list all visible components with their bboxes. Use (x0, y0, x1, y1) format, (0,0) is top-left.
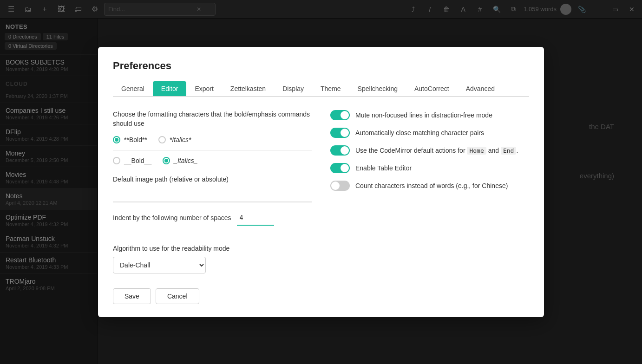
tab-general[interactable]: General (113, 81, 153, 96)
toggle-knob (331, 182, 340, 190)
algo-label: Algorithm to use for the readability mod… (113, 245, 312, 252)
toggle-close-pairs: Automatically close matching character p… (330, 128, 529, 138)
toggle-count-chars-switch[interactable] (330, 181, 350, 191)
toggle-count-chars: Count characters instead of words (e.g.,… (330, 181, 529, 191)
formatting-label: Choose the formatting characters that th… (113, 110, 312, 128)
tab-advanced[interactable]: Advanced (458, 81, 503, 96)
toggle-knob (341, 146, 349, 155)
indent-row: Indent by the following number of spaces (113, 210, 312, 226)
tab-zettelkasten[interactable]: Zettelkasten (222, 81, 274, 96)
toggle-mute-label: Mute non-focused lines in distraction-fr… (355, 111, 492, 119)
toggle-knob (341, 164, 349, 172)
radio-circle-italics-asterisk (158, 136, 166, 143)
tab-theme[interactable]: Theme (312, 81, 349, 96)
radio-row-bold: **Bold** *Italics* (113, 136, 312, 143)
toggle-table-editor: Enable Table Editor (330, 163, 529, 173)
radio-bold-underscore[interactable]: __Bold__ (113, 157, 151, 164)
toggle-mute: Mute non-focused lines in distraction-fr… (330, 110, 529, 120)
radio-italics-underscore[interactable]: _Italics_ (163, 157, 197, 164)
radio-circle-bold-underscore (113, 157, 120, 164)
toggle-close-pairs-label: Automatically close matching character p… (355, 129, 484, 136)
radio-circle-italics-underscore (163, 157, 170, 164)
toggle-table-editor-label: Enable Table Editor (355, 164, 412, 172)
tab-spellchecking[interactable]: Spellchecking (349, 81, 406, 96)
toggle-codemirror-switch[interactable] (330, 145, 350, 156)
toggle-mute-switch[interactable] (330, 110, 350, 120)
tab-export[interactable]: Export (186, 81, 222, 96)
radio-circle-bold-asterisk (113, 136, 120, 143)
radio-group-formatting: **Bold** *Italics* __Bold__ (113, 136, 312, 164)
dialog-body: Choose the formatting characters that th… (113, 110, 529, 273)
toggle-table-editor-switch[interactable] (330, 163, 350, 173)
dialog-right: Mute non-focused lines in distraction-fr… (330, 110, 529, 273)
toggle-list: Mute non-focused lines in distraction-fr… (330, 110, 529, 191)
dialog-footer: Save Cancel (113, 288, 529, 304)
image-path-label: Default image path (relative or absolute… (113, 176, 312, 183)
algo-select[interactable]: Dale-Chall Flesch-Kincaid Gunning Fog Co… (113, 257, 206, 273)
toggle-codemirror-label: Use the CodeMirror default actions for H… (355, 147, 518, 154)
radio-italics-asterisk[interactable]: *Italics* (158, 136, 191, 143)
toggle-knob (341, 129, 349, 137)
save-button[interactable]: Save (113, 288, 151, 304)
cancel-button[interactable]: Cancel (156, 288, 199, 304)
toggle-codemirror: Use the CodeMirror default actions for H… (330, 145, 529, 156)
tab-display[interactable]: Display (274, 81, 312, 96)
dialog-overlay: Preferences General Editor Export Zettel… (0, 0, 642, 364)
dialog-left: Choose the formatting characters that th… (113, 110, 312, 273)
toggle-close-pairs-switch[interactable] (330, 128, 350, 138)
tab-editor[interactable]: Editor (153, 81, 187, 96)
preferences-dialog: Preferences General Editor Export Zettel… (98, 47, 544, 317)
tab-autocorrect[interactable]: AutoCorrect (406, 81, 458, 96)
image-path-input[interactable] (113, 187, 312, 202)
dialog-title: Preferences (113, 60, 529, 72)
toggle-knob (341, 111, 349, 119)
indent-input[interactable] (237, 210, 274, 226)
toggle-count-chars-label: Count characters instead of words (e.g.,… (355, 182, 508, 189)
indent-label: Indent by the following number of spaces (113, 214, 231, 221)
pref-tabs: General Editor Export Zettelkasten Displ… (113, 81, 529, 97)
radio-bold-asterisk[interactable]: **Bold** (113, 136, 147, 143)
radio-row-underscore: __Bold__ _Italics_ (113, 157, 312, 164)
